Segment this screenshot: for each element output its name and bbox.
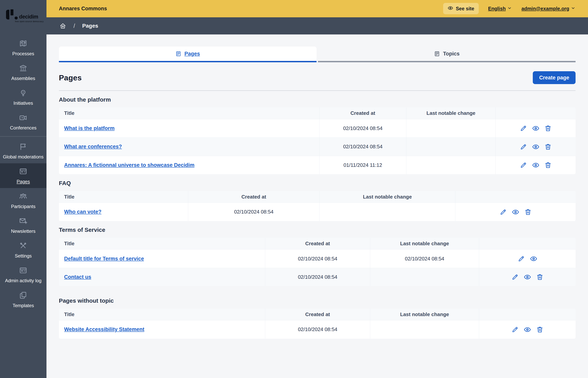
last-notable-change-cell: [406, 156, 496, 175]
edit-button[interactable]: [520, 143, 527, 151]
eye-icon: [524, 326, 531, 333]
page-title-link[interactable]: What are conferences?: [64, 144, 122, 150]
created-at-cell: 02/10/2024 08:54: [319, 119, 406, 138]
page-title-link[interactable]: Annares: A fictionnal universe to showca…: [64, 162, 194, 168]
column-header-last-notable-change: Last notable change: [370, 309, 479, 320]
lightbulb-flash-icon: [19, 89, 27, 99]
edit-button[interactable]: [520, 161, 527, 169]
table-header-row: TitleCreated atLast notable change: [59, 108, 576, 119]
created-at-cell: 02/10/2024 08:54: [265, 268, 370, 286]
delete-button[interactable]: [544, 161, 552, 169]
actions-cell: [479, 250, 575, 268]
created-at-cell: 02/10/2024 08:54: [188, 203, 319, 221]
page-title-link[interactable]: Default title for Terms of service: [64, 256, 144, 262]
language-dropdown[interactable]: English: [488, 6, 512, 12]
delete-button[interactable]: [536, 273, 544, 281]
eye-icon: [447, 5, 453, 12]
tab-pages[interactable]: Pages: [59, 47, 317, 62]
title-cell: What is the platform: [59, 119, 319, 138]
section-title: Terms of Service: [59, 227, 576, 233]
column-header-created-at: Created at: [188, 191, 319, 203]
preview-button[interactable]: [532, 161, 540, 169]
tab-label: Pages: [185, 51, 200, 57]
create-page-button[interactable]: Create page: [533, 71, 575, 84]
edit-icon: [520, 161, 527, 169]
page-title-link[interactable]: What is the platform: [64, 125, 115, 131]
sidebar-item-label: Admin activity log: [4, 278, 42, 284]
actions-cell: [479, 320, 575, 339]
page-title-link[interactable]: Contact us: [64, 274, 91, 280]
delete-button[interactable]: [524, 208, 532, 216]
table-row: What are conferences?02/10/2024 08:54: [59, 137, 576, 156]
last-notable-change-cell: [370, 268, 479, 286]
home-icon[interactable]: [59, 22, 66, 30]
delete-button[interactable]: [544, 143, 552, 151]
sidebar-item-global-moderations[interactable]: Global moderations: [0, 139, 47, 163]
app-window: decidim free open-source democracy Proce…: [0, 0, 588, 378]
last-notable-change-cell: [406, 119, 496, 138]
edit-button[interactable]: [520, 125, 527, 132]
tab-label: Topics: [443, 51, 460, 57]
window-icon: [19, 167, 27, 177]
sidebar-item-initiatives[interactable]: Initiatives: [0, 85, 47, 109]
pages-table: TitleCreated atLast notable changeWhat i…: [59, 108, 576, 174]
preview-button[interactable]: [532, 143, 540, 151]
preview-button[interactable]: [530, 255, 537, 263]
created-at-cell: 02/10/2024 08:54: [319, 138, 406, 156]
page-title: Pages: [59, 73, 82, 82]
page-sections: About the platformTitleCreated atLast no…: [59, 96, 576, 339]
content-area: PagesTopics Pages Create page About the …: [47, 34, 588, 378]
table-row: What is the platform02/10/2024 08:54: [59, 119, 576, 138]
main-column: Annares Commons See site English admin@e…: [47, 0, 588, 378]
delete-button[interactable]: [536, 326, 544, 333]
sidebar-item-participants[interactable]: Participants: [0, 188, 47, 213]
preview-button[interactable]: [524, 273, 531, 281]
sidebar-item-assemblies[interactable]: Assemblies: [0, 60, 47, 85]
sidebar-item-admin-activity-log[interactable]: Admin activity log: [0, 262, 47, 287]
sidebar-item-processes[interactable]: Processes: [0, 35, 47, 60]
eye-icon: [532, 143, 540, 151]
eye-icon: [530, 255, 537, 263]
pages-table: TitleCreated atLast notable changeDefaul…: [59, 238, 576, 286]
tab-topics[interactable]: Topics: [318, 47, 575, 62]
delete-button[interactable]: [544, 125, 552, 132]
edit-icon: [511, 326, 519, 333]
eye-icon: [532, 125, 540, 132]
edit-button[interactable]: [499, 208, 507, 216]
delete-icon: [536, 326, 544, 333]
decidim-logo-text: decidim: [19, 14, 38, 19]
see-site-button[interactable]: See site: [443, 3, 479, 14]
sidebar-item-settings[interactable]: Settings: [0, 238, 47, 262]
edit-button[interactable]: [511, 273, 519, 281]
breadcrumb: / Pages: [47, 17, 588, 35]
title-cell: Contact us: [59, 268, 265, 286]
created-at-cell: 02/10/2024 08:54: [265, 250, 370, 268]
sidebar-item-templates[interactable]: Templates: [0, 287, 47, 312]
column-header-actions: [496, 108, 575, 119]
user-menu-dropdown[interactable]: admin@example.org: [522, 6, 576, 12]
column-header-title: Title: [59, 108, 319, 119]
decidim-logo-tagline: free open-source democracy: [15, 20, 47, 23]
column-header-created-at: Created at: [265, 309, 370, 320]
sidebar-item-label: Settings: [14, 253, 32, 259]
sidebar-item-pages[interactable]: Pages: [0, 163, 47, 188]
edit-button[interactable]: [517, 255, 525, 263]
sidebar-item-label: Participants: [10, 204, 36, 209]
page-title-link[interactable]: Website Accessibility Statement: [64, 326, 144, 332]
column-header-actions: [479, 309, 575, 320]
sidebar-item-newsletters[interactable]: Newsletters: [0, 213, 47, 237]
preview-button[interactable]: [524, 326, 531, 333]
table-row: Contact us02/10/2024 08:54: [59, 268, 576, 286]
page-title-link[interactable]: Who can vote?: [64, 209, 102, 215]
table-row: Who can vote?02/10/2024 08:54: [59, 203, 576, 221]
title-cell: Annares: A fictionnal universe to showca…: [59, 156, 319, 175]
decidim-logo[interactable]: decidim free open-source democracy: [0, 0, 47, 34]
preview-button[interactable]: [532, 125, 540, 132]
sidebar-item-conferences[interactable]: Conferences: [0, 109, 47, 134]
bank-icon: [19, 64, 27, 74]
sidebar-divider: [0, 136, 47, 137]
video-camera-icon: [19, 113, 27, 124]
preview-button[interactable]: [512, 208, 519, 216]
edit-button[interactable]: [511, 326, 519, 333]
actions-cell: [455, 203, 575, 221]
